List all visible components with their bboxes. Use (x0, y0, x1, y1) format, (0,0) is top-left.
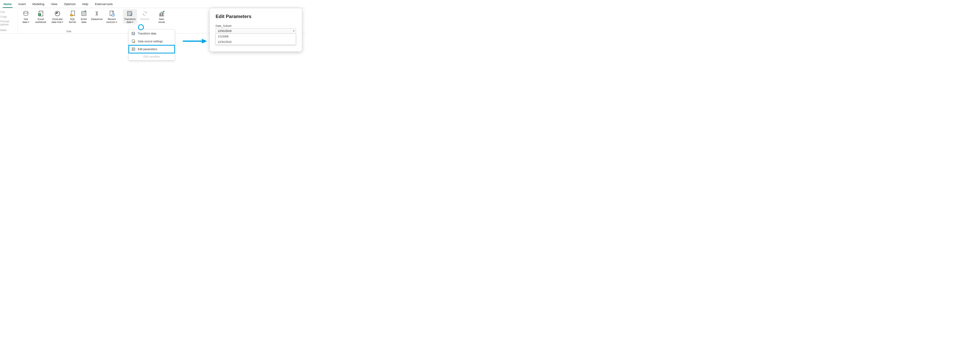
new-visual-button[interactable]: Newvisual (156, 9, 167, 24)
chevron-down-icon (293, 30, 294, 32)
cut-button: Cut (0, 10, 16, 14)
svg-point-4 (55, 11, 60, 16)
svg-marker-38 (202, 39, 207, 43)
clipboard-group: Cut Copy Format painter board (0, 9, 18, 32)
dataverse-icon (94, 10, 100, 17)
new-visual-icon (158, 10, 165, 17)
excel-workbook-button[interactable]: X Excelworkbook (34, 9, 48, 24)
tab-insert[interactable]: Insert (18, 1, 27, 8)
dataverse-label: Dataverse (91, 17, 102, 21)
onelake-button[interactable]: OneLakedata hub (49, 9, 66, 24)
enter-data-button[interactable]: Enterdata (79, 9, 89, 24)
edit-parameters-dialog: Edit Parameters Date_Subset 12/31/2019 1… (210, 8, 302, 52)
tab-modeling[interactable]: Modeling (32, 1, 45, 8)
parameter-select-value: 12/31/2019 (218, 29, 231, 33)
parameter-option[interactable]: 12/31/2019 (216, 39, 296, 44)
get-data-sub: data (22, 21, 27, 24)
dataverse-button[interactable]: Dataverse (90, 9, 104, 24)
chevron-down-icon (132, 22, 134, 23)
sql-server-icon (69, 10, 76, 17)
get-data-label: Get (24, 17, 28, 21)
parameter-field-label: Date_Subset (216, 24, 296, 27)
transform-data-button[interactable]: Transformdata (123, 9, 137, 24)
parameter-select[interactable]: 12/31/2019 (216, 28, 296, 34)
format-painter-button: Format painter (0, 19, 16, 27)
sql-sub: Server (69, 21, 76, 24)
onelake-icon (54, 10, 61, 17)
svg-rect-23 (162, 13, 164, 16)
tab-optimize[interactable]: Optimize (63, 1, 76, 8)
edit-parameters-icon (132, 47, 135, 51)
svg-rect-33 (132, 48, 135, 51)
onelake-label: OneLake (52, 17, 63, 21)
svg-point-32 (134, 42, 135, 43)
menu-edit-variables-label: Edit variables (143, 55, 160, 58)
ribbon-tabs: Home Insert Modeling View Optimize Help … (0, 0, 306, 8)
sql-label: SQL (70, 17, 75, 21)
menu-edit-parameters-label: Edit parameters (138, 48, 157, 51)
menu-edit-parameters[interactable]: Edit parameters (129, 45, 175, 53)
transform-label: Transform (124, 17, 136, 21)
tab-help[interactable]: Help (81, 1, 89, 8)
svg-point-0 (24, 11, 28, 13)
data-group-label: Data (18, 30, 120, 33)
new-visual-label: New (159, 17, 164, 21)
svg-rect-22 (161, 12, 162, 16)
onelake-sub: data hub (51, 21, 62, 24)
menu-data-source-settings-label: Data source settings (138, 40, 163, 43)
get-data-icon (22, 10, 29, 17)
menu-edit-variables: Edit variables (129, 53, 175, 60)
recent-sources-icon (108, 10, 115, 17)
enter-data-sub: data (81, 21, 86, 24)
refresh-button: Refresh (138, 9, 152, 24)
refresh-icon (142, 10, 148, 17)
transform-data-dropdown: Transform data Data source settings Edit… (129, 29, 175, 60)
chevron-down-icon (62, 22, 63, 23)
svg-rect-21 (159, 14, 161, 16)
transform-data-icon (127, 10, 133, 17)
data-group: Getdata X Excelworkbook OneLakedata hub … (18, 9, 120, 33)
enter-data-icon (81, 10, 87, 17)
sql-server-button[interactable]: SQLServer (67, 9, 78, 24)
excel-sub: workbook (35, 21, 46, 24)
arrow-icon (182, 37, 208, 45)
copy-button: Copy (0, 14, 16, 19)
clipboard-group-label: board (0, 28, 16, 32)
excel-label: Excel (38, 17, 44, 21)
recent-sources-button[interactable]: Recentsources (105, 9, 119, 24)
get-data-button[interactable]: Getdata (19, 9, 33, 24)
transform-data-icon (132, 32, 135, 35)
parameter-options-list: 1/1/2008 12/31/2019 (216, 34, 296, 45)
svg-text:X: X (39, 14, 40, 16)
dialog-title: Edit Parameters (216, 14, 296, 19)
tab-home[interactable]: Home (3, 1, 13, 8)
menu-transform-data-label: Transform data (138, 32, 156, 35)
refresh-label: Refresh (140, 17, 150, 21)
data-source-settings-icon (132, 40, 135, 43)
menu-transform-data[interactable]: Transform data (129, 30, 175, 37)
menu-data-source-settings[interactable]: Data source settings (129, 37, 175, 45)
excel-icon: X (37, 10, 44, 17)
tab-external-tools[interactable]: External tools (94, 1, 113, 8)
tab-view[interactable]: View (50, 1, 58, 8)
new-visual-sub: visual (158, 21, 165, 24)
recent-sub: sources (106, 21, 115, 24)
enter-data-label: Enter (81, 17, 87, 21)
transform-sub: data (126, 21, 131, 24)
parameter-option[interactable]: 1/1/2008 (216, 34, 296, 39)
chevron-down-icon (28, 22, 29, 23)
recent-label: Recent (108, 17, 116, 21)
chevron-down-icon (116, 22, 117, 23)
